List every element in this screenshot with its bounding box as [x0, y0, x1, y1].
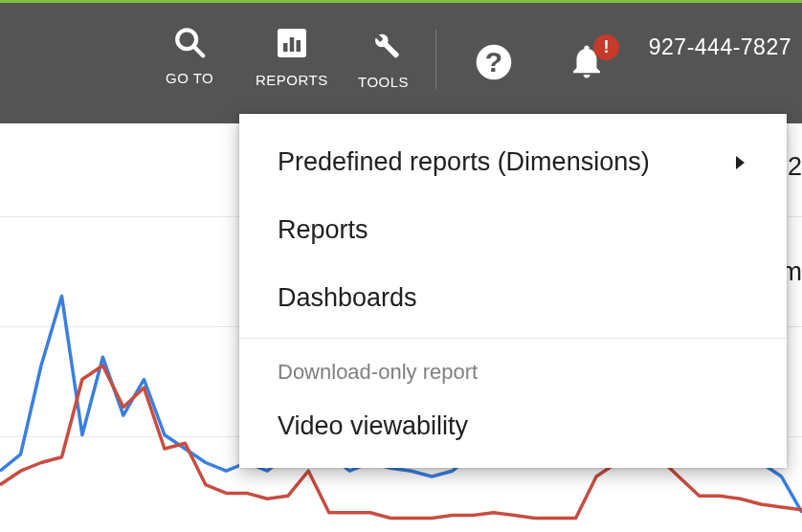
help-button[interactable]: ?: [475, 43, 513, 81]
menu-dashboards[interactable]: Dashboards: [239, 264, 787, 332]
svg-text:?: ?: [485, 46, 502, 78]
search-icon: [173, 26, 206, 62]
nav-label-goto: GO TO: [166, 70, 213, 86]
menu-section-download-only: Download-only report: [239, 339, 787, 392]
svg-line-1: [194, 47, 203, 55]
menu-label: Predefined reports (Dimensions): [278, 147, 650, 177]
nav-divider: [435, 30, 436, 89]
exclamation-icon: !: [604, 37, 610, 57]
bar-chart-icon: [275, 26, 309, 64]
reports-dropdown: Predefined reports (Dimensions) Reports …: [239, 114, 787, 468]
chevron-right-icon: [736, 156, 745, 169]
menu-label: Reports: [278, 215, 368, 245]
menu-predefined-reports[interactable]: Predefined reports (Dimensions): [239, 114, 787, 196]
wrench-icon: [366, 26, 402, 66]
top-bar: GO TO REPORTS TOOLS ? ! 927-444-7827: [0, 0, 802, 123]
nav-tools[interactable]: TOOLS: [358, 26, 409, 90]
menu-label: Video viewability: [278, 411, 468, 441]
alert-badge: !: [593, 34, 619, 60]
nav-label-tools: TOOLS: [358, 74, 409, 90]
svg-rect-3: [283, 43, 288, 52]
menu-reports[interactable]: Reports: [239, 196, 787, 264]
menu-video-viewability[interactable]: Video viewability: [239, 392, 787, 468]
account-id[interactable]: 927-444-7827: [649, 34, 791, 60]
menu-label: Dashboards: [278, 283, 417, 313]
nav-reports[interactable]: REPORTS: [256, 26, 328, 88]
svg-rect-4: [290, 37, 295, 52]
notifications-button[interactable]: !: [567, 41, 613, 87]
bell-icon: [567, 68, 607, 84]
svg-rect-5: [296, 40, 301, 52]
nav-label-reports: REPORTS: [256, 72, 328, 88]
nav-goto[interactable]: GO TO: [166, 26, 213, 86]
help-icon: ?: [475, 68, 513, 84]
